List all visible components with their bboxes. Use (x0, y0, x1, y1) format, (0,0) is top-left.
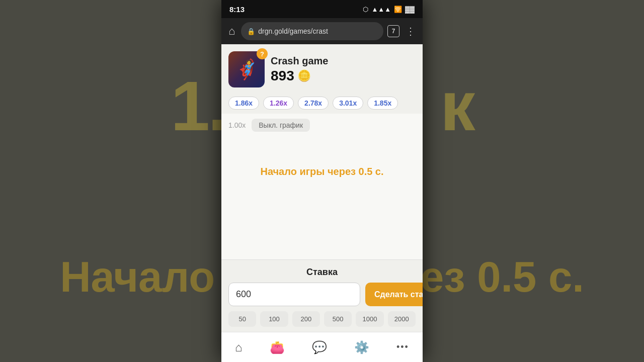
graph-multiplier: 1.00x (228, 121, 246, 129)
balance-number: 893 (271, 68, 294, 84)
multiplier-badge-2[interactable]: 2.78x (298, 97, 329, 110)
nav-more[interactable]: ••• (396, 342, 409, 352)
lock-icon: 🔒 (247, 28, 255, 35)
browser-bar: ⌂ 🔒 drgn.gold/games/crast 7 ⋮ (221, 18, 423, 44)
graph-off-button[interactable]: Выкл. график (252, 119, 310, 132)
chat-icon: 💬 (312, 340, 327, 354)
nav-home[interactable]: ⌂ (235, 340, 243, 354)
bet-row: Сделать ставку (228, 283, 416, 306)
battery-icon: ▓▓ (405, 6, 415, 13)
game-header: 🦸 ? Crash game 893 🪙 (221, 44, 423, 93)
bluetooth-icon: ⬡ (363, 6, 368, 13)
more-icon: ••• (396, 342, 409, 352)
bet-label: Ставка (228, 267, 416, 278)
settings-icon: ⚙️ (354, 340, 369, 354)
game-icon-wrapper: 🦸 ? (228, 51, 265, 87)
signal-icon: ▲▲▲ (371, 6, 391, 13)
game-title: Crash game (271, 55, 329, 67)
status-bar: 8:13 ⬡ ▲▲▲ 🛜 ▓▓ (221, 0, 423, 18)
countdown-text: Начало игры через 0.5 с. (260, 166, 383, 177)
bet-section: Ставка Сделать ставку 50 100 200 500 100… (221, 260, 423, 332)
quick-btn-3[interactable]: 500 (324, 311, 352, 327)
multiplier-badge-0[interactable]: 1.86x (228, 97, 259, 110)
browser-home-button[interactable]: ⌂ (226, 23, 237, 40)
tab-count[interactable]: 7 (387, 25, 399, 37)
graph-controls: 1.00x Выкл. график (228, 119, 310, 132)
multiplier-badge-1[interactable]: 1.26x (263, 97, 294, 110)
quick-btn-2[interactable]: 200 (292, 311, 320, 327)
status-time: 8:13 (229, 5, 245, 14)
status-icons: ⬡ ▲▲▲ 🛜 ▓▓ (363, 6, 415, 13)
url-bar[interactable]: 🔒 drgn.gold/games/crast (241, 22, 383, 40)
home-icon: ⌂ (235, 340, 243, 354)
nav-wallet[interactable]: 👛 (270, 340, 285, 354)
bet-button[interactable]: Сделать ставку (365, 283, 423, 306)
wifi-icon: 🛜 (394, 6, 402, 13)
quick-amounts: 50 100 200 500 1000 2000 (228, 311, 416, 327)
quick-btn-4[interactable]: 1000 (356, 311, 383, 327)
multiplier-badge-3[interactable]: 3.01x (333, 97, 363, 110)
nav-settings[interactable]: ⚙️ (354, 340, 369, 354)
bottom-nav: ⌂ 👛 💬 ⚙️ ••• (221, 332, 423, 362)
nav-chat[interactable]: 💬 (312, 340, 327, 354)
wallet-icon: 👛 (270, 340, 285, 354)
content-area: 🦸 ? Crash game 893 🪙 1.86x 1.26x 2.78x 3… (221, 44, 423, 332)
phone-frame: 8:13 ⬡ ▲▲▲ 🛜 ▓▓ ⌂ 🔒 drgn.gold/games/cras… (221, 0, 423, 362)
help-badge[interactable]: ? (257, 48, 268, 59)
game-area: 1.00x Выкл. график Начало игры через 0.5… (221, 114, 423, 259)
game-balance: 893 🪙 (271, 68, 329, 84)
coin-icon: 🪙 (297, 69, 311, 82)
quick-btn-5[interactable]: 2000 (388, 311, 416, 327)
quick-btn-1[interactable]: 100 (260, 311, 288, 327)
quick-btn-0[interactable]: 50 (228, 311, 256, 327)
bet-input[interactable] (228, 283, 360, 306)
url-text: drgn.gold/games/crast (258, 27, 328, 35)
multipliers-row: 1.86x 1.26x 2.78x 3.01x 1.85x (221, 93, 423, 114)
browser-menu-button[interactable]: ⋮ (404, 23, 418, 39)
multiplier-badge-4[interactable]: 1.85x (367, 97, 398, 110)
game-info: Crash game 893 🪙 (271, 55, 329, 84)
